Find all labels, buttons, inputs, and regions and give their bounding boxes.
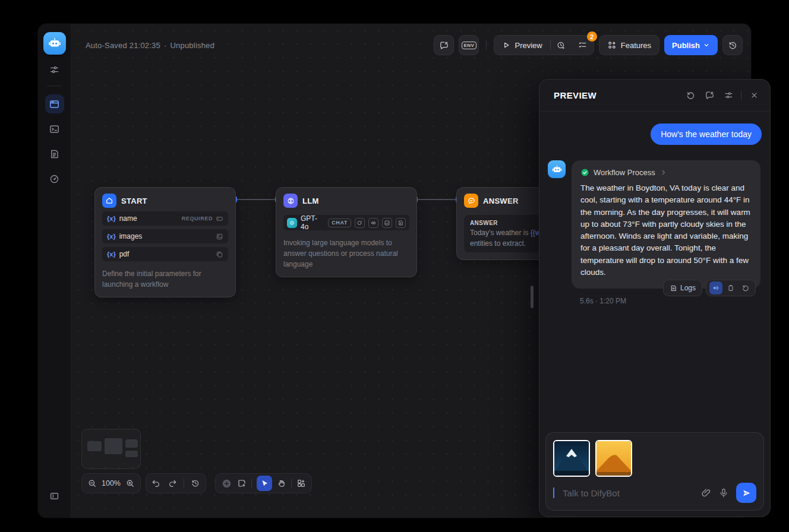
restart-conversation-button[interactable]: [681, 87, 699, 104]
llm-icon: [283, 194, 298, 208]
node-start[interactable]: START {x} name REQUIRED {x} images: [94, 187, 236, 297]
text-cursor: [553, 487, 554, 498]
bot-message-card: Workflow Process The weather in Boydton,…: [572, 160, 760, 289]
answer-icon: [464, 194, 478, 208]
divider: [741, 91, 741, 100]
logs-button[interactable]: Logs: [663, 280, 702, 296]
sliders-icon[interactable]: [49, 64, 60, 75]
edge-llm-answer: [417, 199, 456, 200]
start-field-name[interactable]: {x} name REQUIRED: [102, 211, 228, 226]
preview-run-button[interactable]: Preview: [494, 36, 550, 55]
document-capability-icon: [396, 218, 406, 228]
checklist-icon: [577, 40, 588, 50]
chat-input-container: Talk to DifyBot: [545, 432, 764, 511]
run-history-button[interactable]: [551, 36, 572, 55]
clear-conversation-button[interactable]: [434, 35, 454, 55]
environment-variables-button[interactable]: ENV: [459, 35, 479, 55]
node-title: START: [121, 197, 147, 205]
microphone-button[interactable]: [718, 487, 729, 498]
attachment-thumbnail-mountain-night[interactable]: [553, 440, 590, 477]
version-history-button[interactable]: [722, 35, 743, 55]
divider: [251, 479, 252, 488]
zoom-out-button[interactable]: [87, 479, 97, 488]
zoom-level[interactable]: 100%: [102, 479, 121, 487]
bot-avatar: [548, 160, 566, 178]
play-icon: [502, 41, 510, 49]
speaker-button[interactable]: [709, 281, 722, 294]
sidebar-item-logs[interactable]: [45, 144, 64, 163]
attach-file-button[interactable]: [700, 487, 711, 498]
preview-panel: PREVIEW: [539, 79, 771, 517]
organize-blocks-button[interactable]: [296, 479, 306, 488]
settings-sliders-icon[interactable]: [719, 87, 737, 104]
preview-header: PREVIEW: [539, 80, 770, 112]
file-copy-icon: [216, 251, 223, 258]
message-meta: 5.6s · 1:20 PM: [580, 297, 762, 305]
add-note-button[interactable]: [237, 479, 247, 488]
regenerate-button[interactable]: [739, 281, 752, 294]
publish-button[interactable]: Publish: [664, 35, 718, 55]
success-check-icon: [580, 168, 589, 177]
terminal-icon: [49, 124, 60, 135]
divider: [184, 479, 184, 488]
chat-mode-badge: CHAT: [328, 218, 351, 227]
close-panel-button[interactable]: [745, 87, 763, 104]
required-badge: REQUIRED: [182, 216, 213, 221]
gauge-icon: [49, 173, 60, 185]
logs-icon: [49, 148, 60, 160]
start-field-images[interactable]: {x} images: [102, 229, 228, 243]
redo-button[interactable]: [168, 479, 177, 488]
chat-input[interactable]: Talk to DifyBot: [563, 488, 693, 498]
sidebar-item-monitoring[interactable]: [45, 169, 64, 188]
add-node-button[interactable]: [221, 478, 232, 489]
model-selector[interactable]: GPT-4o CHAT: [283, 215, 409, 230]
collapse-sidebar-button[interactable]: [45, 486, 64, 505]
send-button[interactable]: [736, 483, 756, 503]
minimap[interactable]: [81, 429, 141, 469]
run-group: Preview: [494, 35, 594, 55]
divider: [291, 479, 292, 488]
zoom-in-button[interactable]: [125, 479, 135, 488]
vision-capability-icon: [355, 218, 365, 228]
node-description: Define the initial parameters for launch…: [102, 268, 228, 290]
hand-mode-button[interactable]: [277, 479, 286, 488]
workflow-process-toggle[interactable]: Workflow Process: [580, 168, 752, 177]
env-icon: ENV: [462, 42, 477, 49]
canvas-tools: [215, 473, 312, 493]
app-logo[interactable]: [43, 32, 66, 55]
topbar: Auto-Saved 21:02:35 · Unpublished ENV: [71, 24, 751, 66]
checklist-badge: 2: [587, 31, 597, 42]
chevron-down-icon: [703, 42, 710, 49]
start-field-pdf[interactable]: {x} pdf: [102, 247, 228, 261]
history-icon: [728, 40, 738, 50]
model-provider-icon: [287, 218, 297, 228]
collapse-panel-icon: [49, 490, 60, 502]
audio-capability-icon: [368, 218, 378, 228]
features-button[interactable]: Features: [599, 35, 659, 55]
attachment-thumbnail-mountain-sunset[interactable]: [595, 440, 632, 477]
message-icon-actions: [706, 280, 756, 296]
bot-message-text: The weather in Boydton, VA today is clea…: [580, 182, 752, 278]
model-name: GPT-4o: [301, 214, 324, 231]
sidebar: [38, 24, 71, 518]
node-description: Invoking large language models to answer…: [283, 238, 409, 270]
chat-input-row: Talk to DifyBot: [553, 483, 756, 503]
change-history-button[interactable]: [191, 479, 200, 488]
node-llm[interactable]: LLM GPT-4o CHAT: [276, 187, 417, 277]
logs-doc-icon: [670, 284, 677, 292]
sidebar-item-api[interactable]: [45, 119, 64, 138]
clear-chat-icon[interactable]: [700, 87, 718, 104]
node-title: ANSWER: [483, 197, 519, 205]
undo-button[interactable]: [152, 479, 161, 488]
copy-button[interactable]: [724, 281, 737, 294]
sidebar-item-orchestrate[interactable]: [45, 94, 64, 113]
autosave-text: Auto-Saved 21:02:35: [86, 41, 160, 50]
divider: [47, 86, 62, 86]
chat-area: How's the weather today: [539, 112, 770, 426]
pointer-mode-button[interactable]: [257, 476, 272, 491]
robot-icon: [48, 36, 62, 50]
panel-resize-handle[interactable]: [531, 286, 534, 308]
attached-images: [553, 440, 756, 477]
preview-title: PREVIEW: [554, 90, 597, 100]
image-icon: [216, 233, 223, 240]
